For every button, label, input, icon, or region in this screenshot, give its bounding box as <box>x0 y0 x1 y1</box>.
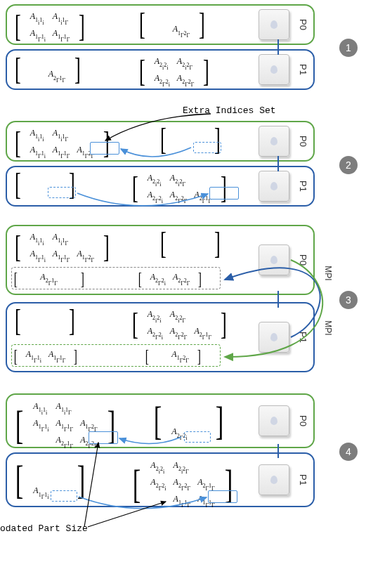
a1g2g-solid-box <box>90 142 119 155</box>
p1-matrix-right-1: [ A2i2iA2i2Γ A2Γ2iA2Γ2Γ ] <box>137 54 211 89</box>
p0-step4-dash <box>184 431 211 443</box>
a1g1g-solid-box <box>208 490 237 503</box>
p0-box-step4: [ A1i1iA1i1Γ A1Γ1iA1Γ1ΓA1Γ2Γ A2Γ1ΓA2Γ2Γ … <box>6 393 315 448</box>
proc-label-p0: P0 <box>299 136 309 147</box>
proc-label-p0: P0 <box>299 19 309 30</box>
computer-icon <box>259 405 289 436</box>
p1-matrix-right-3: [ A2i2iA2i2Γ A2Γ2iA2Γ2ΓA2Γ1Γ ] <box>130 307 229 342</box>
computer-icon <box>259 464 289 495</box>
p0-box-step1: [ A1i1iA1i1Γ A1Γ1iA1Γ1Γ ] [ xxxxxx A1Γ2Γ… <box>6 4 315 45</box>
p1-box-step2: [ xxxxxx xxx ] [ A2i2iA2i2Γ A2Γ2iA2Γ2ΓA2… <box>6 166 315 207</box>
p1-matrix-left-1: [ xxxxxx A2Γ1Γ ] <box>13 54 83 85</box>
updated-part-label: odated Part Size <box>0 523 88 534</box>
p0-matrix-left-1: [ A1i1iA1i1Γ A1Γ1iA1Γ1Γ ] <box>13 9 87 44</box>
computer-icon <box>259 244 289 275</box>
p0-matrix-right-1: [ xxxxxx A1Γ2Γ ] <box>137 9 207 40</box>
computer-icon <box>259 54 289 85</box>
proc-label-p1: P1 <box>299 332 309 343</box>
step-badge-1: 1 <box>339 39 358 57</box>
computer-icon <box>259 9 289 40</box>
p1-step4-dash <box>51 490 77 502</box>
p1-matrix-left-3: [ xxxxxx xxx ] <box>13 307 77 335</box>
computer-icon <box>259 126 289 157</box>
computer-icon <box>259 171 289 202</box>
p0-dashed-slot <box>193 142 221 153</box>
proc-label-p0: P0 <box>299 415 309 426</box>
p1-box-step1: [ xxxxxx A2Γ1Γ ] [ A2i2iA2i2Γ A2Γ2iA2Γ2Γ… <box>6 49 315 90</box>
proc-label-p0: P0 <box>299 254 309 266</box>
recv-box-p1 <box>11 344 221 367</box>
mpi-label-1: MPI <box>323 266 333 280</box>
p1-dashed-slot <box>48 187 76 198</box>
p0-matrix-right-3: [ xxxxxx xxx ] <box>158 230 222 258</box>
proc-label-p1: P1 <box>299 474 309 485</box>
p0-box-step2: [ A1i1iA1i1Γ A1Γ1iA1Γ1ΓA1Γ2Γ ] [ xxxxxx … <box>6 121 315 162</box>
computer-icon <box>259 322 289 353</box>
step-badge-3: 3 <box>339 291 358 309</box>
a2g1g-solid-box <box>209 187 239 200</box>
step-badge-2: 2 <box>339 156 358 174</box>
a2g2g-solid-box <box>89 431 118 444</box>
mpi-label-2: MPI <box>323 320 333 335</box>
proc-label-p1: P1 <box>299 181 309 192</box>
extra-indices-label: Extra Indices Set <box>183 105 276 116</box>
step-badge-4: 4 <box>339 443 358 461</box>
p0-matrix-left-3: [ A1i1iA1i1Γ A1Γ1iA1Γ1ΓA1Γ2Γ ] <box>13 230 112 265</box>
recv-box-p0 <box>11 267 221 289</box>
proc-label-p1: P1 <box>299 64 309 75</box>
